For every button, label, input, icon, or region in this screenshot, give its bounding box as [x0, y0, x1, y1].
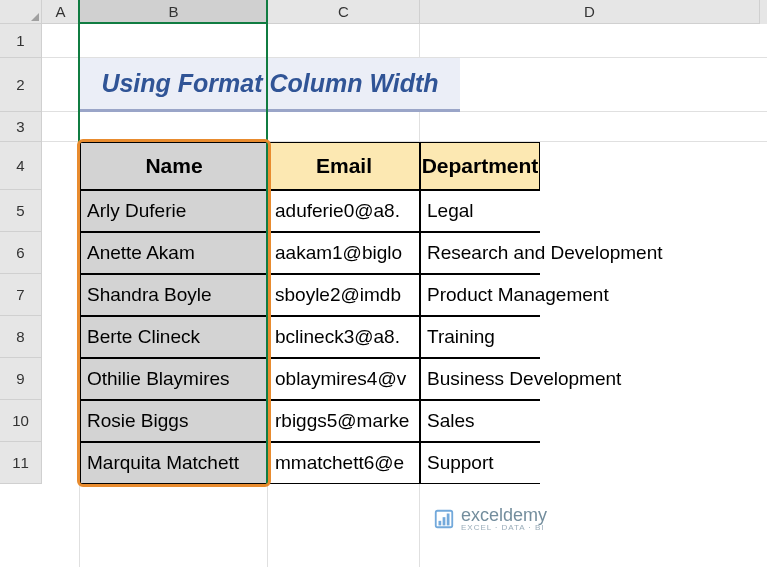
table-row: Arly Duferie aduferie0@a8. Legal	[80, 190, 540, 232]
cell-email[interactable]: bclineck3@a8.	[268, 316, 420, 358]
table-header-row: Name Email Department	[80, 142, 540, 190]
row-header-2[interactable]: 2	[0, 58, 42, 112]
cell-email[interactable]: mmatchett6@e	[268, 442, 420, 484]
select-all-corner[interactable]	[0, 0, 42, 24]
cell-name[interactable]: Anette Akam	[80, 232, 268, 274]
column-header-b[interactable]: B	[80, 0, 268, 24]
cell-name[interactable]: Othilie Blaymires	[80, 358, 268, 400]
cell-department[interactable]: Sales	[420, 400, 540, 442]
cell-email[interactable]: aakam1@biglo	[268, 232, 420, 274]
grid-area[interactable]: Using Format Column Width Name Email Dep…	[42, 24, 767, 567]
row-header-11[interactable]: 11	[0, 442, 42, 484]
watermark-logo: exceldemy EXCEL · DATA · BI	[433, 506, 547, 532]
data-table: Name Email Department Arly Duferie adufe…	[80, 142, 540, 484]
table-row: Marquita Matchett mmatchett6@e Support	[80, 442, 540, 484]
title-cell[interactable]: Using Format Column Width	[80, 58, 460, 112]
logo-text: exceldemy	[461, 506, 547, 524]
row-header-8[interactable]: 8	[0, 316, 42, 358]
cell-name[interactable]: Shandra Boyle	[80, 274, 268, 316]
row-header-1[interactable]: 1	[0, 24, 42, 58]
cell-email[interactable]: rbiggs5@marke	[268, 400, 420, 442]
row-header-3[interactable]: 3	[0, 112, 42, 142]
row-header-5[interactable]: 5	[0, 190, 42, 232]
table-row: Rosie Biggs rbiggs5@marke Sales	[80, 400, 540, 442]
cell-department[interactable]: Legal	[420, 190, 540, 232]
table-row: Othilie Blaymires oblaymires4@v Business…	[80, 358, 540, 400]
column-header-a[interactable]: A	[42, 0, 80, 24]
logo-subtitle: EXCEL · DATA · BI	[461, 524, 547, 532]
logo-icon	[433, 508, 455, 530]
cell-department[interactable]: Training	[420, 316, 540, 358]
cell-department[interactable]: Product Management	[420, 274, 540, 316]
cell-name[interactable]: Marquita Matchett	[80, 442, 268, 484]
cell-email[interactable]: sboyle2@imdb	[268, 274, 420, 316]
svg-rect-2	[443, 517, 446, 525]
cell-email[interactable]: aduferie0@a8.	[268, 190, 420, 232]
row-header-7[interactable]: 7	[0, 274, 42, 316]
row-header-9[interactable]: 9	[0, 358, 42, 400]
row-headers-column: 1 2 3 4 5 6 7 8 9 10 11	[0, 24, 42, 567]
header-email[interactable]: Email	[268, 142, 420, 190]
column-header-d[interactable]: D	[420, 0, 760, 24]
svg-rect-3	[447, 514, 450, 526]
cell-name[interactable]: Arly Duferie	[80, 190, 268, 232]
row-header-10[interactable]: 10	[0, 400, 42, 442]
cell-name[interactable]: Rosie Biggs	[80, 400, 268, 442]
row-header-4[interactable]: 4	[0, 142, 42, 190]
header-name[interactable]: Name	[80, 142, 268, 190]
table-row: Shandra Boyle sboyle2@imdb Product Manag…	[80, 274, 540, 316]
spreadsheet: A B C D 1 2 3 4 5 6 7 8 9 10 11 Using Fo…	[0, 0, 767, 567]
row-header-6[interactable]: 6	[0, 232, 42, 274]
cell-department[interactable]: Research and Development	[420, 232, 540, 274]
cell-department[interactable]: Support	[420, 442, 540, 484]
header-department[interactable]: Department	[420, 142, 540, 190]
cell-email[interactable]: oblaymires4@v	[268, 358, 420, 400]
table-row: Anette Akam aakam1@biglo Research and De…	[80, 232, 540, 274]
column-header-c[interactable]: C	[268, 0, 420, 24]
cell-department[interactable]: Business Development	[420, 358, 540, 400]
cell-name[interactable]: Berte Clineck	[80, 316, 268, 358]
table-row: Berte Clineck bclineck3@a8. Training	[80, 316, 540, 358]
svg-rect-1	[438, 521, 441, 526]
column-headers-row: A B C D	[0, 0, 767, 24]
